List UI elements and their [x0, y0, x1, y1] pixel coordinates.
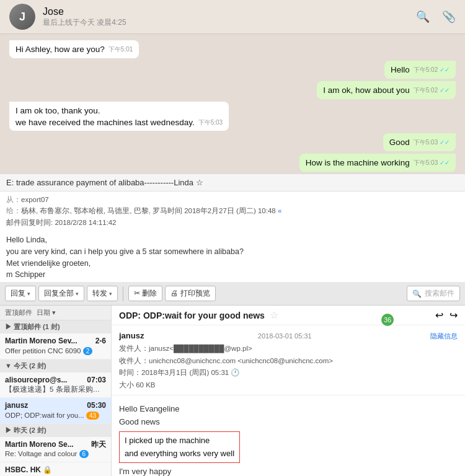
email-sidebar: 置顶邮件 日期 ▾ ▶ 置顶邮件 (1 封) Martin Moreno Sev…: [0, 306, 112, 476]
email-body-line2: you are very kind, can i help you give a…: [6, 246, 459, 258]
message-text: How is the machine working: [306, 158, 410, 167]
delete-button[interactable]: ✂ 删除: [128, 286, 162, 301]
email-subject-preview: ODP; ODP:wait for you... 43: [5, 411, 106, 420]
email-body-line5: m Schipper: [6, 269, 459, 281]
contact-avatar: J: [9, 4, 35, 30]
email-sender-name: janusz: [119, 329, 144, 343]
reply-all-label: 回复全部: [44, 288, 74, 299]
email-preview-section: E: trade assurance payment of alibaba---…: [0, 174, 465, 282]
messages-area: Hi Ashley, how are you? 下午5:01 Hello 下午5…: [0, 34, 465, 174]
forward-arrow: ▾: [109, 291, 112, 297]
email-date-line: 时间：2018年3月1日 (周四) 05:31 🕐: [119, 367, 458, 379]
message-row: Hi Ashley, how are you? 下午5:01: [9, 40, 456, 58]
email-highlight-block: I picked up the machine and everything w…: [119, 431, 240, 464]
reply-icon[interactable]: ↩: [435, 309, 443, 321]
email-to: 杨林, 布鲁塞尔, 鄂本哈根, 马德里, 巴黎, 罗马时间 2018年2月27日…: [21, 207, 276, 214]
content-header-wrapper: ODP: ODP:wait for your good news ☆ ↩ ↪ 3…: [112, 306, 465, 325]
message-bubble-sent: How is the machine working 下午5:03 ✓✓: [299, 154, 456, 172]
sort-order[interactable]: 日期 ▾: [37, 308, 56, 317]
sidebar-group-header: ▶ 置顶邮件 (1 封): [0, 320, 111, 333]
unread-badge: 43: [86, 412, 99, 420]
email-line1: Good news: [119, 416, 458, 429]
email-subject-preview: 【极速速递】5 条最新采购需...: [5, 385, 106, 394]
forward-label: 转发: [92, 288, 107, 299]
hide-info-link[interactable]: 隐藏信息: [430, 330, 458, 342]
email-highlight-line2: and everything works very well: [125, 447, 234, 461]
reply-button[interactable]: 回复 ▾: [5, 286, 36, 301]
email-subject: E: trade assurance payment of alibaba---…: [6, 178, 203, 187]
search-icon[interactable]: 🔍: [416, 10, 430, 24]
email-body-preview: Hello Linda, you are very kind, can i he…: [0, 231, 465, 282]
header-icons: 🔍 📎: [416, 10, 456, 24]
email-subject-preview: Offer petition CNC 6090 2: [5, 346, 106, 356]
sender-name: HSBC. HK 🔒: [5, 465, 106, 475]
email-body-line1: Hello Linda,: [6, 234, 459, 246]
email-content-subject: ODP: ODP:wait for your good news: [119, 311, 265, 320]
star-icon[interactable]: ☆: [270, 309, 278, 321]
email-subject-bar: E: trade assurance payment of alibaba---…: [0, 174, 465, 192]
email-toolbar: 回复 ▾ 回复全部 ▾ 转发 ▾ ✂ 删除 🖨 打印预览 🔍 搜索邮件: [0, 282, 465, 306]
print-button[interactable]: 🖨 打印预览: [165, 286, 215, 301]
reply-arrow: ▾: [27, 291, 30, 297]
message-bubble-sent: Good 下午5:03 ✓✓: [383, 133, 456, 151]
sidebar-item[interactable]: HSBC. HK 🔒 Inward Remittance Swift Ad...: [0, 462, 111, 476]
message-time: 下午5:01: [108, 45, 133, 54]
email-main: 置顶邮件 日期 ▾ ▶ 置顶邮件 (1 封) Martin Moreno Sev…: [0, 306, 465, 476]
unread-badge: 6: [79, 450, 89, 458]
message-time: 下午5:03: [198, 118, 223, 127]
sender-name: alisourcepro@s... 07:03: [5, 376, 106, 386]
email-content-meta: janusz 2018-03-01 05:31 隐藏信息 发件人：janusz<…: [112, 325, 465, 395]
message-row: How is the machine working 下午5:03 ✓✓: [9, 154, 456, 172]
reply-label: 回复: [11, 288, 25, 299]
delete-label: ✂ 删除: [134, 288, 157, 299]
message-row: Hello 下午5:02 ✓✓: [9, 61, 456, 79]
message-bubble-sent: I am ok, how about you 下午5:02 ✓✓: [317, 81, 456, 99]
more-recipients[interactable]: «: [278, 207, 281, 214]
sidebar-item-active[interactable]: janusz 05:30 ODP; ODP:wait for you... 43: [0, 398, 111, 424]
forward-icon[interactable]: ↪: [450, 309, 458, 321]
email-line2: I'm very happy: [119, 465, 458, 476]
message-bubble-received: Hi Ashley, how are you? 下午5:01: [9, 40, 139, 58]
email-from-line: 发件人：janusz<██████████@wp.pl>: [119, 343, 458, 355]
message-text: I am ok, how about you: [323, 86, 410, 95]
email-highlight-line1: I picked up the machine: [125, 434, 234, 447]
sidebar-item[interactable]: Martin Moreno Sev... 2-6 Offer petition …: [0, 333, 111, 359]
email-size-line: 大小 60 KB: [119, 379, 458, 392]
unread-count-badge: 36: [381, 314, 394, 326]
group-label: ▶ 置顶邮件 (1 封): [5, 322, 60, 332]
sidebar-group-header: ▶ 昨天 (2 封): [0, 424, 111, 437]
email-action-icons: ↩ ↪: [435, 309, 458, 321]
attachment-icon[interactable]: 📎: [442, 10, 456, 24]
search-placeholder: 搜索邮件: [425, 288, 454, 299]
message-text: I am ok too, thank you.we have received …: [16, 106, 195, 127]
message-text: Hello: [391, 65, 410, 74]
forward-button[interactable]: 转发 ▾: [87, 286, 118, 301]
print-label: 🖨 打印预览: [170, 288, 210, 299]
email-client: 回复 ▾ 回复全部 ▾ 转发 ▾ ✂ 删除 🖨 打印预览 🔍 搜索邮件 置顶邮件: [0, 282, 465, 476]
email-body: Hello Evangeline Good news I picked up t…: [112, 395, 465, 476]
unread-badge: 2: [83, 347, 93, 355]
contact-info: Jose 最后上线于今天 凌晨4:25: [43, 6, 416, 28]
message-row: I am ok too, thank you.we have received …: [9, 102, 456, 131]
message-text: Good: [389, 138, 410, 147]
contact-name: Jose: [43, 6, 416, 17]
message-time: 下午5:03 ✓✓: [414, 159, 450, 167]
message-time: 下午5:02 ✓✓: [414, 66, 450, 74]
sidebar-item[interactable]: Martin Moreno Se... 昨天 Re: Voltage and c…: [0, 437, 111, 463]
sort-label: 置顶邮件: [5, 308, 32, 317]
group-label: ▶ 昨天 (2 封): [5, 426, 46, 435]
email-from: export07: [21, 196, 49, 203]
search-icon: 🔍: [412, 289, 422, 298]
sidebar-item[interactable]: alisourcepro@s... 07:03 【极速速递】5 条最新采购需..…: [0, 372, 111, 399]
reply-all-button[interactable]: 回复全部 ▾: [38, 286, 84, 301]
sidebar-group-header: ▼ 今天 (2 封): [0, 359, 111, 372]
email-meta: 从：export07 给：杨林, 布鲁塞尔, 鄂本哈根, 马德里, 巴黎, 罗马…: [0, 192, 465, 231]
message-bubble-received: I am ok too, thank you.we have received …: [9, 102, 229, 131]
sender-name: Martin Moreno Sev... 2-6: [5, 337, 106, 346]
email-to-line: 收件人：unichcnc08@unichcnc.com <unichcnc08@…: [119, 355, 458, 368]
sender-name: janusz 05:30: [5, 401, 106, 411]
sort-bar: 置顶邮件 日期 ▾: [0, 306, 111, 320]
message-time: 下午5:02 ✓✓: [414, 86, 450, 95]
email-content-panel: ODP: ODP:wait for your good news ☆ ↩ ↪ 3…: [112, 306, 465, 476]
contact-status: 最后上线于今天 凌晨4:25: [43, 17, 416, 28]
